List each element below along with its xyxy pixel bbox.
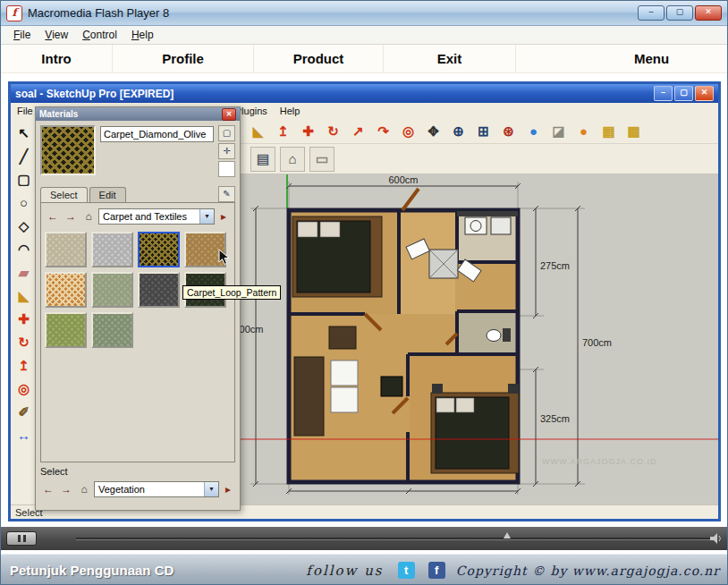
sketchup-close-button[interactable]: ✕ [695, 86, 714, 101]
sketchup-titlebar[interactable]: soal - SketchUp Pro [EXPIRED] – ▢ ✕ [11, 84, 718, 103]
detail-arrow-icon[interactable]: ▸ [221, 482, 235, 497]
twitter-icon[interactable]: t [398, 562, 415, 579]
home-icon: ⌂ [288, 152, 296, 165]
volume-icon[interactable] [708, 532, 724, 545]
followme-icon[interactable]: ↷ [372, 121, 394, 142]
tab-edit[interactable]: Edit [89, 187, 126, 202]
circle-tool-icon[interactable]: ○ [13, 191, 35, 213]
menu-file[interactable]: File [6, 27, 38, 43]
select-tool-icon[interactable]: ↖ [13, 122, 35, 143]
facebook-icon[interactable]: f [428, 562, 445, 579]
nightstand-1 [508, 384, 519, 394]
menu-control[interactable]: Control [75, 27, 124, 43]
pushpull-tool-icon[interactable]: ↥ [13, 354, 35, 376]
menu-help[interactable]: Help [124, 27, 161, 43]
measure-tool-icon[interactable]: ✐ [13, 401, 35, 422]
dimension-tool-icon: ↔ [17, 428, 30, 442]
chevron-down-icon[interactable]: ▼ [204, 482, 218, 496]
rotate-icon[interactable]: ↻ [322, 121, 344, 142]
move-icon[interactable]: ✚ [297, 121, 319, 142]
player-progress-handle[interactable] [504, 532, 511, 538]
rotate-tool-icon[interactable]: ↻ [13, 331, 35, 352]
polygon-tool-icon[interactable]: ◇ [13, 215, 35, 236]
detail-arrow-icon[interactable]: ▸ [216, 209, 231, 225]
materials-dialog[interactable]: Materials ✕ ▢ ✛ Select Edi [35, 106, 241, 511]
home-icon[interactable]: ⌂ [80, 209, 97, 225]
nav-exit-button[interactable]: Exit [384, 45, 516, 72]
category-dropdown[interactable]: Carpet and Textiles ▼ [98, 208, 215, 225]
material-swatch-carpet-plush-gray[interactable] [91, 232, 133, 267]
armchair [329, 326, 356, 349]
bottom-category-dropdown[interactable]: Vegetation ▼ [94, 481, 219, 497]
secondary-pane-icon[interactable]: ▢ [218, 125, 235, 141]
material-swatch-carpet-diamond-olive[interactable] [138, 232, 180, 267]
materials-bottom-section: Select ← → ⌂ Vegetation ▼ ▸ [40, 462, 235, 505]
material-swatch-carpet-pattern-orange[interactable] [45, 272, 87, 308]
material-swatch-carpet-stripe-green[interactable] [91, 312, 133, 348]
pan-icon[interactable]: ✥ [422, 121, 444, 142]
dim-label-right-lower: 325cm [540, 413, 570, 424]
forward-icon[interactable]: → [63, 209, 79, 225]
back-icon[interactable]: ← [45, 209, 61, 225]
sketchup-menu-help[interactable]: Help [274, 105, 307, 117]
paint-bucket-icon[interactable]: ◣ [247, 121, 269, 142]
material-swatch-carpet-plush-beige[interactable] [45, 232, 87, 267]
share-model-icon[interactable]: ▩ [622, 121, 645, 142]
page-icon[interactable]: ▭ [309, 147, 334, 172]
followme-icon: ↷ [377, 124, 389, 138]
place-model-icon[interactable]: ● [572, 121, 595, 142]
dim-label-top: 600cm [388, 174, 418, 185]
move-tool-icon[interactable]: ✚ [13, 308, 35, 329]
create-material-icon[interactable]: ✛ [218, 143, 235, 159]
home-icon[interactable]: ⌂ [76, 482, 92, 497]
offset-tool-icon[interactable]: ◎ [13, 377, 35, 399]
zoom-window-icon[interactable]: ⊞ [472, 121, 495, 142]
seek-bar[interactable] [76, 538, 715, 540]
scale-icon[interactable]: ↗ [347, 121, 369, 142]
line-tool-icon[interactable]: ╱ [13, 145, 35, 166]
get-current-view-icon[interactable]: ● [522, 121, 545, 142]
home-icon[interactable]: ⌂ [280, 147, 305, 172]
flash-app-icon: f [6, 5, 22, 21]
tab-select[interactable]: Select [40, 187, 88, 202]
titlebar[interactable]: f Macromedia Flash Player 8 – ▢ ✕ [1, 1, 727, 26]
sketchup-minimize-button[interactable]: – [654, 86, 673, 101]
nav-intro-button[interactable]: Intro [1, 45, 113, 72]
play-pause-button[interactable] [6, 531, 37, 546]
nav-menu-button[interactable]: Menu [516, 45, 727, 72]
place-model-icon: ● [580, 124, 588, 138]
swatch-tooltip: Carpet_Loop_Pattern [182, 285, 281, 300]
menu-view[interactable]: View [38, 27, 75, 43]
pushpull-icon[interactable]: ↥ [272, 121, 294, 142]
get-models-icon[interactable]: ▦ [597, 121, 620, 142]
minimize-button[interactable]: – [638, 5, 665, 21]
save-icon[interactable]: ▤ [250, 147, 275, 172]
dimension-tool-icon[interactable]: ↔ [13, 424, 35, 445]
zoom-icon[interactable]: ⊕ [447, 121, 470, 142]
close-button[interactable]: ✕ [695, 5, 722, 21]
zoom-extents-icon[interactable]: ⊛ [497, 121, 520, 142]
offset-icon[interactable]: ◎ [397, 121, 419, 142]
chevron-down-icon[interactable]: ▼ [199, 209, 214, 224]
paint-sample-swatch[interactable] [218, 161, 235, 177]
eyedropper-icon[interactable]: ✎ [218, 186, 235, 202]
forward-icon[interactable]: → [58, 482, 74, 497]
material-name-input[interactable] [100, 126, 214, 142]
toggle-terrain-icon[interactable]: ◪ [547, 121, 570, 142]
material-swatch-carpet-squares-sage[interactable] [91, 272, 133, 308]
material-swatch-carpet-speckle-green[interactable] [45, 312, 87, 348]
rectangle-tool-icon[interactable]: ▢ [13, 168, 35, 190]
sketchup-maximize-button[interactable]: ▢ [674, 86, 693, 101]
rectangle-tool-icon: ▢ [17, 173, 30, 186]
arc-tool-icon[interactable]: ◠ [13, 238, 35, 259]
nav-product-button[interactable]: Product [254, 45, 384, 72]
maximize-button[interactable]: ▢ [666, 5, 693, 21]
copyright-text: Copyright © by www.argajogja.co.nr [456, 564, 720, 578]
eraser-tool-icon[interactable]: ▰ [13, 261, 35, 283]
material-swatch-carpet-plush-charcoal[interactable] [138, 272, 180, 308]
materials-close-button[interactable]: ✕ [222, 108, 236, 121]
paintbucket-tool-icon[interactable]: ◣ [13, 284, 35, 306]
nav-profile-button[interactable]: Profile [113, 45, 254, 72]
back-icon[interactable]: ← [40, 482, 56, 497]
materials-dialog-titlebar[interactable]: Materials ✕ [36, 107, 240, 121]
